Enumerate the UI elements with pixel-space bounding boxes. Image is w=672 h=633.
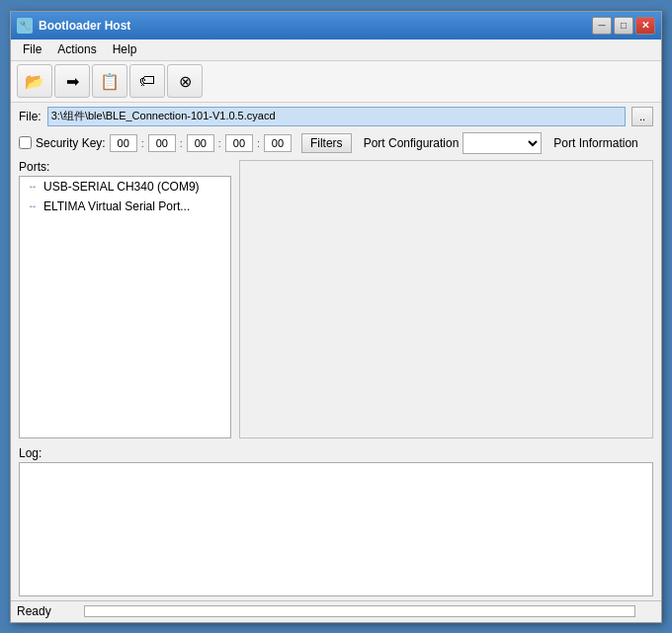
port-name-0: USB-SERIAL CH340 (COM9) <box>43 180 200 194</box>
port-info-panel <box>239 160 653 438</box>
close-button[interactable]: ✕ <box>635 17 655 35</box>
title-bar-left: 🔧 Bootloader Host <box>17 18 130 34</box>
progress-bar <box>84 605 635 617</box>
port-icon-0: ↔ <box>26 180 40 194</box>
security-row: Security Key: : : : : Filters Port Confi… <box>11 130 661 156</box>
toolbar: 📂 ➡ 📋 🏷 ⊗ <box>11 61 661 103</box>
key-field-3[interactable] <box>225 134 253 152</box>
file-label: File: <box>19 110 42 123</box>
window-icon: 🔧 <box>17 18 33 34</box>
key-field-2[interactable] <box>187 134 214 152</box>
main-window: 🔧 Bootloader Host ─ □ ✕ File Actions Hel… <box>10 11 662 623</box>
minimize-button[interactable]: ─ <box>592 17 612 35</box>
stop-button[interactable]: ⊗ <box>167 64 203 98</box>
forward-button[interactable]: ➡ <box>54 64 90 98</box>
log-section: Log: <box>11 442 661 600</box>
port-icon-1: ↔ <box>26 199 40 213</box>
title-controls: ─ □ ✕ <box>592 17 655 35</box>
port-config-label: Port Configuration <box>364 136 460 150</box>
title-bar: 🔧 Bootloader Host ─ □ ✕ <box>11 12 661 40</box>
restore-button[interactable]: □ <box>614 17 633 35</box>
window-title: Bootloader Host <box>39 19 130 33</box>
browse-button[interactable]: .. <box>631 107 653 126</box>
ports-list: ↔ USB-SERIAL CH340 (COM9) ↔ ELTIMA Virtu… <box>19 176 231 438</box>
key-field-0[interactable] <box>110 134 137 152</box>
open-button[interactable]: 📂 <box>17 64 52 98</box>
ports-section: Ports: ↔ USB-SERIAL CH340 (COM9) ↔ ELTIM… <box>19 160 231 438</box>
port-info-label: Port Information <box>553 136 637 150</box>
security-key-checkbox[interactable] <box>19 136 32 149</box>
log-box[interactable] <box>19 462 653 596</box>
menu-help[interactable]: Help <box>105 40 145 60</box>
copy-button[interactable]: 📋 <box>92 64 127 98</box>
ports-label: Ports: <box>19 160 231 174</box>
status-bar: Ready <box>11 600 661 622</box>
menu-actions[interactable]: Actions <box>49 40 104 60</box>
key-field-1[interactable] <box>148 134 176 152</box>
file-row: File: .. <box>11 103 661 130</box>
port-name-1: ELTIMA Virtual Serial Port... <box>43 199 190 213</box>
right-panel <box>239 160 653 438</box>
menu-bar: File Actions Help <box>11 40 661 61</box>
key-field-4[interactable] <box>264 134 292 152</box>
filters-button[interactable]: Filters <box>301 133 352 153</box>
port-item-0[interactable]: ↔ USB-SERIAL CH340 (COM9) <box>20 177 230 197</box>
status-text: Ready <box>17 604 76 618</box>
menu-file[interactable]: File <box>15 40 49 60</box>
tag-button[interactable]: 🏷 <box>129 64 165 98</box>
security-key-label: Security Key: <box>36 136 106 150</box>
port-config-select[interactable] <box>462 132 542 154</box>
log-label: Log: <box>19 446 653 460</box>
file-input[interactable] <box>47 107 626 126</box>
port-item-1[interactable]: ↔ ELTIMA Virtual Serial Port... <box>20 197 230 216</box>
middle-area: Ports: ↔ USB-SERIAL CH340 (COM9) ↔ ELTIM… <box>11 156 661 442</box>
